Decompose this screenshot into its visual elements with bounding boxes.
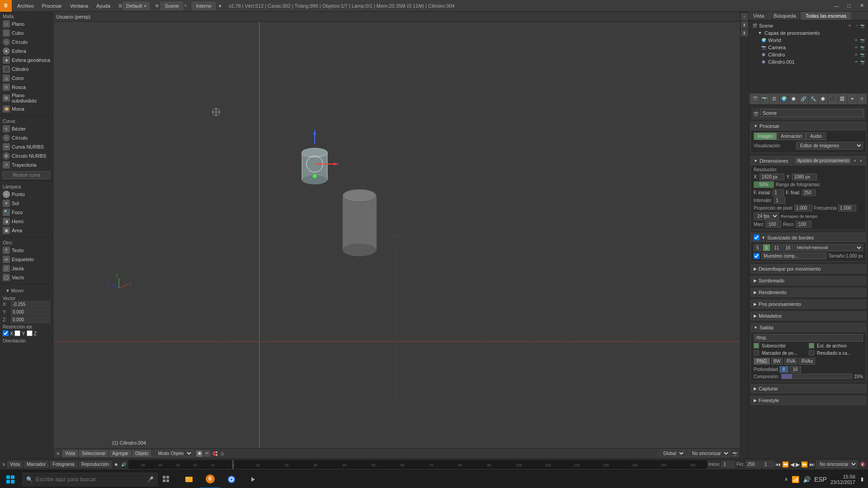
microphone-icon[interactable]: 🎤 [147, 476, 154, 483]
aa-8[interactable]: 8 [763, 244, 771, 251]
tool-vacio[interactable]: ◯Vacío [0, 273, 53, 282]
f-final-input[interactable] [802, 189, 816, 196]
side-icon-2[interactable]: ⬆ [741, 21, 748, 28]
tool-cilindro[interactable]: ⬛Cilindro [0, 65, 53, 74]
capturar-header[interactable]: ▶ Capturar [750, 384, 866, 393]
resultado-check[interactable] [809, 350, 814, 356]
tray-volume-icon[interactable]: 🔊 [803, 476, 811, 483]
taskbar-blender[interactable]: B [200, 470, 220, 488]
aa-5[interactable]: 5 [754, 244, 762, 251]
ext-archivo-check[interactable] [809, 343, 814, 348]
tool-mona[interactable]: 🐵Mona [0, 104, 53, 113]
tool-sol[interactable]: ☀Sol [0, 199, 53, 208]
tl-next-frame-btn[interactable]: ⏩ [801, 461, 808, 468]
tray-network-icon[interactable]: 📶 [792, 476, 799, 483]
tab-busqueda[interactable]: Búsqueda [769, 12, 801, 20]
dimensiones-header[interactable]: ▼ Dimensiones Ajustes de procesamiento +… [750, 156, 866, 165]
prop-material-icon[interactable]: ⬛ [828, 94, 837, 104]
tl-play-back-btn[interactable]: ◀ [790, 461, 794, 468]
tl-marker-btn[interactable]: Marcador [24, 461, 48, 468]
tool-punto[interactable]: •Punto [0, 190, 53, 199]
viewport[interactable]: Usuario (persp) [53, 12, 740, 458]
tool-area[interactable]: ▣Área [0, 226, 53, 235]
menu-ayuda[interactable]: Ayuda [93, 2, 114, 9]
tl-frame-btn[interactable]: Fotograma [50, 461, 77, 468]
cil-render-icon[interactable]: 📷 [860, 52, 865, 57]
footer-add-btn[interactable]: Agregar [109, 450, 131, 457]
depth-16-btn[interactable]: 16 [790, 366, 801, 373]
tl-prev-frame-btn[interactable]: ⏪ [782, 461, 789, 468]
tl-skip-end-btn[interactable]: ⏭ [809, 461, 815, 468]
tl-audio-mute-icon[interactable]: 🔇 [859, 462, 866, 467]
visualization-dropdown[interactable]: Editor de imágenes [796, 142, 863, 150]
footer-magnet-icon[interactable]: 🧲 [212, 451, 218, 456]
tool-plano-sub[interactable]: ⊞Plano subdividido [0, 92, 53, 104]
footer-edit-icon[interactable]: ✏ [204, 450, 210, 457]
camera-item[interactable]: 📷 Camera 👁 📷 [759, 44, 867, 51]
cam-eye-icon[interactable]: 👁 [854, 45, 859, 50]
x-res-input[interactable] [760, 174, 784, 180]
footer-object-btn[interactable]: Objeto [132, 450, 151, 457]
pct-input[interactable]: 50% [754, 181, 774, 188]
intervalo-input[interactable] [774, 197, 785, 204]
tl-vista-btn[interactable]: Vista [7, 461, 23, 468]
suavizado-check[interactable] [754, 235, 760, 240]
footer-object-icon[interactable]: ⬟ [196, 450, 203, 457]
tool-trayectoria[interactable]: ↗Trayectoria [0, 160, 53, 169]
render-tab-audio[interactable]: Audio [806, 132, 826, 140]
menu-archivo[interactable]: Archivo [14, 2, 38, 9]
tool-cubo[interactable]: ⬚Cubo [0, 28, 53, 38]
render-icon-small[interactable]: 📷 [860, 23, 865, 28]
prop-constraint-icon[interactable]: 🔗 [799, 94, 808, 104]
cilindro001-item[interactable]: ⬟ Cilindro.001 👁 📷 [759, 58, 867, 66]
color-rva-btn[interactable]: RVA [784, 358, 798, 365]
dim-del-icon[interactable]: × [859, 159, 863, 163]
sombreado-header[interactable]: ▶ Sombreado [750, 276, 866, 285]
render-tab-animacion[interactable]: Animación [777, 132, 806, 140]
prop-y-input[interactable] [838, 205, 856, 211]
axis-y-check[interactable] [14, 330, 20, 336]
prop-scene-icon[interactable]: 🎬 [750, 94, 760, 104]
aa-16[interactable]: 16 [783, 244, 793, 251]
search-input[interactable] [36, 476, 144, 483]
tab-todas[interactable]: Todas las escenas [801, 12, 852, 20]
start-button[interactable] [0, 470, 20, 488]
vector-x-input[interactable] [11, 301, 50, 308]
tray-up-icon[interactable]: ∧ [784, 476, 788, 482]
color-bw-btn[interactable]: BW [771, 358, 783, 365]
maximize-button[interactable]: □ [843, 0, 855, 12]
vector-z-input[interactable] [11, 316, 50, 323]
prop-render-icon[interactable]: 📷 [760, 94, 769, 104]
marc-input[interactable] [765, 221, 781, 228]
tool-esfera[interactable]: ●Esfera [0, 47, 53, 56]
pos-proc-header[interactable]: ▶ Pos procesamiento [750, 300, 866, 309]
cam-render-icon[interactable]: 📷 [860, 45, 865, 50]
render-tab-imagen[interactable]: Imagen [754, 132, 777, 140]
workspace-button[interactable]: Default × [123, 2, 150, 10]
cilindro-item[interactable]: ⬟ Cilindro 👁 📷 [759, 51, 867, 58]
footer-transform-select[interactable]: Global [660, 450, 685, 457]
tool-hemi[interactable]: ◑Hemi [0, 217, 53, 226]
minimize-button[interactable]: — [830, 0, 843, 12]
task-view-button[interactable] [158, 470, 175, 488]
f-inicial-input[interactable] [773, 189, 784, 196]
desenfoque-header[interactable]: ▶ Desenfoque por movimiento [750, 264, 866, 273]
salida-header[interactable]: ▼ Salida [750, 323, 866, 332]
sobrescribir-check[interactable] [754, 343, 759, 348]
footer-sync-select[interactable]: No sincronizar [689, 450, 730, 457]
cursor-icon[interactable]: ↗ [854, 23, 859, 28]
footer-proportional-icon[interactable]: ◎ [220, 451, 225, 456]
prop-data-icon[interactable]: ⬟ [819, 94, 828, 104]
taskbar-explorer[interactable] [179, 470, 199, 488]
cil001-eye-icon[interactable]: 👁 [854, 59, 859, 65]
footer-view-btn[interactable]: Vista [62, 450, 78, 457]
tool-circulo-curve[interactable]: ○Círculo [0, 133, 53, 142]
tool-circulo[interactable]: ○Círculo [0, 38, 53, 47]
prop-texture-icon[interactable]: 🖼 [838, 94, 847, 104]
footer-select-btn[interactable]: Seleccionar [79, 450, 108, 457]
tl-repro-btn[interactable]: Reproducción [79, 461, 112, 468]
capas-item[interactable]: ▼ Capas de procesamiento [755, 29, 867, 37]
cil-eye-icon[interactable]: 👁 [854, 52, 859, 57]
reco-input[interactable] [796, 221, 811, 228]
tool-jaula[interactable]: ⬡Jaula [0, 264, 53, 273]
